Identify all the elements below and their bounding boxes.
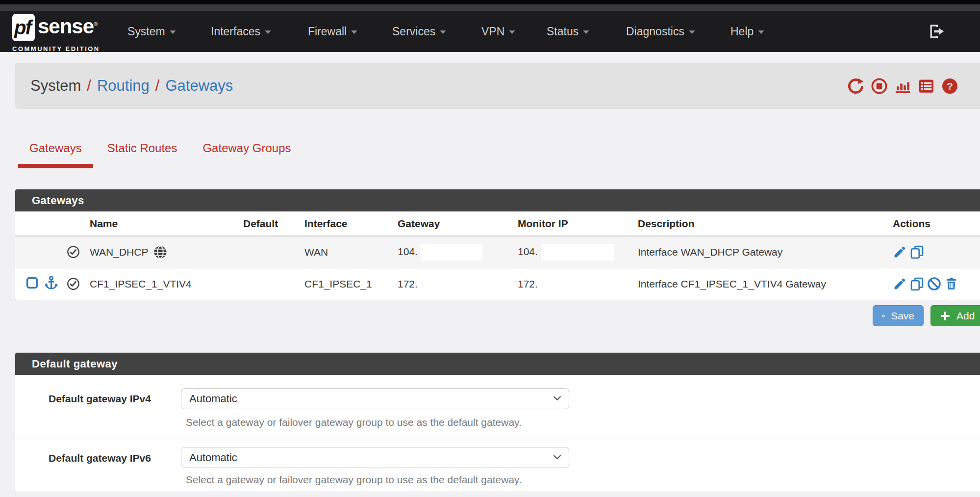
- tab-gateways[interactable]: Gateways: [18, 137, 93, 168]
- gateways-table: Name Default Interface Gateway Monitor I…: [15, 211, 980, 300]
- default-gateway-ipv4-label: Default gateway IPv4: [49, 393, 151, 405]
- page-header-bar: System / Routing / Gateways: [15, 63, 980, 109]
- default-gateway-ipv6-select-wrap: Automatic: [181, 447, 569, 468]
- description-cell: Interface WAN_DHCP Gateway: [633, 236, 888, 268]
- breadcrumb-system: System: [30, 77, 81, 95]
- registered-mark: ®: [94, 21, 97, 27]
- default-gateway-ipv6-label: Default gateway IPv6: [49, 452, 151, 464]
- save-floppy-icon: [882, 311, 885, 321]
- col-actions: Actions: [888, 211, 980, 236]
- col-status: [62, 211, 85, 236]
- top-navbar: pf sense® COMMUNITY EDITION System Inter…: [0, 11, 980, 52]
- breadcrumb-separator: /: [155, 77, 160, 95]
- caret-down-icon: [689, 30, 695, 34]
- tab-gateway-groups[interactable]: Gateway Groups: [191, 137, 302, 168]
- select-cell: [15, 236, 62, 268]
- row-divider: [15, 439, 980, 439]
- col-interface: Interface: [300, 211, 393, 236]
- caret-down-icon: [265, 30, 271, 34]
- form-buttons-row: Save Add: [0, 305, 980, 326]
- system-logs-icon[interactable]: [918, 78, 935, 95]
- redacted-value: [541, 244, 614, 261]
- nav-vpn[interactable]: VPN: [481, 11, 515, 52]
- caret-down-icon: [758, 30, 764, 34]
- pf-logo-text: pf: [14, 17, 31, 39]
- col-name: Name: [85, 211, 238, 236]
- window-top-strip: [0, 0, 980, 4]
- nav-help[interactable]: Help: [730, 11, 764, 52]
- delete-icon[interactable]: [944, 277, 958, 291]
- monitoring-chart-icon[interactable]: [894, 78, 911, 95]
- breadcrumb: System / Routing / Gateways: [30, 63, 233, 109]
- sense-logo-text: sense®: [38, 15, 97, 38]
- default-gateway-ipv6-select[interactable]: Automatic: [181, 447, 569, 468]
- gateways-panel: Gateways Name Default Interface Gateway …: [15, 189, 980, 300]
- col-default: Default: [238, 211, 300, 236]
- copy-icon[interactable]: [910, 277, 924, 291]
- table-header-row: Name Default Interface Gateway Monitor I…: [15, 211, 980, 236]
- routing-tabs: Gateways Static Routes Gateway Groups: [18, 137, 302, 168]
- breadcrumb-separator: /: [87, 77, 91, 95]
- caret-down-icon: [170, 30, 176, 34]
- gateway-online-icon: [67, 276, 80, 292]
- monitor-ip-cell: 172.: [513, 268, 633, 300]
- default-gateway-ipv6-help: Select a gateway or failover gateway gro…: [186, 474, 522, 486]
- gateway-name: CF1_IPSEC_1_VTIV4: [85, 268, 238, 300]
- default-gateway-ipv4-select[interactable]: Automatic: [181, 388, 569, 409]
- col-select: [15, 211, 62, 236]
- nav-firewall[interactable]: Firewall: [308, 11, 357, 52]
- gateway-ip-cell: 104.: [393, 236, 513, 268]
- save-button[interactable]: Save: [873, 305, 924, 326]
- gateway-ip-cell: 172.: [393, 268, 513, 300]
- add-button[interactable]: Add: [930, 305, 980, 326]
- nav-interfaces[interactable]: Interfaces: [211, 11, 271, 52]
- refresh-icon[interactable]: [847, 78, 864, 95]
- nav-status[interactable]: Status: [547, 11, 589, 52]
- breadcrumb-routing-link[interactable]: Routing: [97, 77, 150, 95]
- nav-diagnostics[interactable]: Diagnostics: [626, 11, 695, 52]
- monitor-ip-cell: 104.: [513, 236, 633, 268]
- default-gateway-panel: Default gateway Default gateway IPv4 Aut…: [15, 352, 980, 492]
- disable-icon[interactable]: [927, 277, 941, 291]
- edit-icon[interactable]: [893, 245, 907, 259]
- nav-system[interactable]: System: [127, 11, 176, 52]
- caret-down-icon: [509, 30, 515, 34]
- sign-out-icon: [928, 23, 946, 40]
- caret-down-icon: [440, 30, 446, 34]
- col-monitor-ip: Monitor IP: [513, 211, 633, 236]
- description-cell: Interface CF1_IPSEC_1_VTIV4 Gateway: [633, 268, 888, 300]
- gateway-name: WAN_DHCP: [90, 246, 148, 258]
- redacted-value: [421, 244, 482, 261]
- gateway-row-cf1-ipsec: CF1_IPSEC_1_VTIV4 CF1_IPSEC_1 172. 172. …: [15, 268, 980, 300]
- interface-cell: CF1_IPSEC_1: [300, 268, 393, 300]
- interface-cell: WAN: [300, 236, 393, 268]
- stop-icon[interactable]: [871, 78, 888, 95]
- default-gateway-ipv4-select-wrap: Automatic: [181, 388, 569, 409]
- default-gateway-ipv4-help: Select a gateway or failover gateway gro…: [186, 417, 522, 428]
- edit-icon[interactable]: [893, 277, 907, 291]
- gateway-online-icon: [67, 244, 80, 260]
- gateways-panel-title: Gateways: [15, 189, 980, 211]
- community-edition-label: COMMUNITY EDITION: [12, 45, 100, 52]
- caret-down-icon: [351, 30, 357, 34]
- select-checkbox-icon[interactable]: [26, 277, 38, 291]
- default-gateway-panel-title: Default gateway: [15, 353, 980, 375]
- default-cell: [238, 236, 300, 268]
- tab-static-routes[interactable]: Static Routes: [96, 137, 189, 168]
- window-secondary-strip: [0, 4, 980, 11]
- plus-icon: [940, 311, 951, 321]
- copy-icon[interactable]: [910, 245, 924, 259]
- svg-text:?: ?: [947, 80, 953, 91]
- breadcrumb-gateways-link[interactable]: Gateways: [165, 77, 233, 95]
- pf-logo-tile: pf: [12, 14, 35, 41]
- nav-services[interactable]: Services: [392, 11, 446, 52]
- default-cell: [238, 268, 300, 300]
- col-gateway: Gateway: [393, 211, 513, 236]
- default-gateway-globe-icon: [153, 245, 168, 260]
- logout-button[interactable]: [928, 11, 946, 52]
- col-description: Description: [633, 211, 888, 236]
- anchor-icon[interactable]: [44, 275, 59, 293]
- caret-down-icon: [583, 30, 589, 34]
- page-header-actions: ?: [847, 63, 958, 109]
- help-icon[interactable]: ?: [941, 78, 958, 95]
